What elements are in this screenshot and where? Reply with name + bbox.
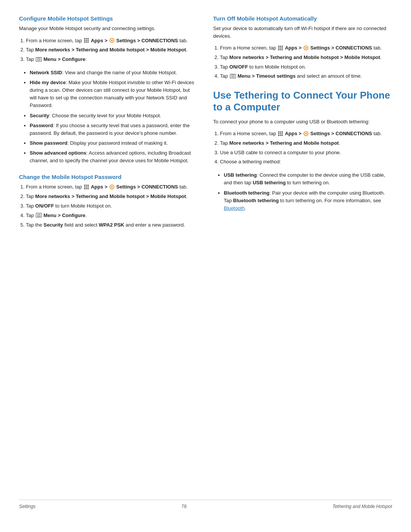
- configure-step-2: Tap More networks > Tethering and Mobile…: [26, 46, 198, 54]
- tethering-step-2: Tap More networks > Tethering and Mobile…: [220, 139, 392, 147]
- bullet-show-password: Show password: Display your password ins…: [30, 139, 198, 147]
- svg-rect-5: [88, 40, 89, 41]
- configure-step-3: Tap Menu > Configure:: [26, 56, 198, 64]
- turn-off-step-3: Tap ON/OFF to turn Mobile Hotspot on.: [220, 63, 392, 71]
- tethering-step-1: From a Home screen, tap: [220, 130, 392, 138]
- bullet-bluetooth-tethering: Bluetooth tethering: Pair your device wi…: [224, 189, 392, 212]
- menu-icon-1: [36, 57, 42, 62]
- svg-rect-4: [86, 40, 87, 41]
- svg-rect-30: [282, 49, 283, 50]
- bullet-security: Security: Choose the security level for …: [30, 112, 198, 120]
- tethering-step-4: Choose a tethering method:: [220, 158, 392, 166]
- section-tethering-title: Use Tethering to Connect Your Phone to a…: [213, 89, 392, 113]
- svg-point-21: [111, 186, 113, 188]
- tethering-step-3: Use a USB cable to connect a computer to…: [220, 149, 392, 157]
- tethering-steps: From a Home screen, tap: [220, 130, 392, 166]
- tethering-bullets: USB tethering: Connect the computer to t…: [224, 171, 392, 212]
- bullet-password: Password: If you choose a security level…: [30, 122, 198, 137]
- svg-rect-1: [86, 38, 87, 39]
- right-column: Turn Off Mobile Hotspot Automatically Se…: [213, 15, 392, 492]
- svg-rect-19: [88, 188, 89, 189]
- turn-off-step-2: Tap More networks > Tethering and Mobile…: [220, 54, 392, 62]
- svg-rect-2: [88, 38, 89, 39]
- bullet-usb-tethering: USB tethering: Connect the computer to t…: [224, 171, 392, 187]
- bullet-hide-device: Hide my device: Make your Mobile Hotspot…: [30, 79, 198, 110]
- svg-rect-14: [84, 187, 85, 188]
- svg-rect-18: [86, 188, 87, 189]
- svg-rect-8: [88, 42, 89, 43]
- svg-rect-22: [278, 46, 279, 47]
- change-pw-step-2: Tap More networks > Tethering and Mobile…: [26, 193, 198, 201]
- section-turn-off-intro: Set your device to automatically turn of…: [213, 25, 392, 40]
- svg-rect-37: [280, 133, 281, 134]
- page: Configure Mobile Hotspot Settings Manage…: [0, 0, 411, 532]
- bullet-network-ssid: Network SSID: View and change the name o…: [30, 69, 198, 77]
- change-pw-step-1: From a Home screen, tap: [26, 183, 198, 191]
- left-column: Configure Mobile Hotspot Settings Manage…: [19, 15, 198, 492]
- settings-label-1: Settings > CONNECTIONS: [116, 38, 178, 43]
- configure-step-1: From a Home screen, tap: [26, 37, 198, 45]
- svg-rect-25: [278, 47, 279, 48]
- section-tethering-intro: To connect your phone to a computer usin…: [213, 118, 392, 126]
- svg-rect-27: [282, 47, 283, 48]
- svg-rect-13: [88, 185, 89, 186]
- svg-rect-0: [84, 38, 85, 39]
- svg-rect-7: [86, 42, 87, 43]
- apps-icon-2: [84, 184, 89, 190]
- section-turn-off-title: Turn Off Mobile Hotspot Automatically: [213, 15, 392, 22]
- bluetooth-link[interactable]: Bluetooth: [224, 205, 245, 211]
- apps-icon-1: [84, 38, 89, 43]
- svg-rect-16: [88, 187, 89, 188]
- apps-icon-4: [278, 131, 283, 136]
- svg-rect-38: [282, 133, 283, 134]
- svg-rect-33: [278, 131, 279, 133]
- svg-rect-29: [280, 49, 281, 50]
- menu-icon-2: [36, 213, 42, 217]
- svg-rect-40: [280, 135, 281, 136]
- turn-off-steps: From a Home screen, tap: [220, 44, 392, 80]
- svg-rect-12: [86, 185, 87, 186]
- configure-steps-list: From a Home screen, tap: [26, 37, 198, 64]
- section-change-password-title: Change the Mobile Hotspot Password: [19, 174, 198, 180]
- svg-rect-28: [278, 49, 279, 50]
- svg-rect-35: [282, 131, 283, 133]
- svg-rect-17: [84, 188, 85, 189]
- apps-icon-3: [278, 45, 283, 51]
- change-pw-step-3: Tap ON/OFF to turn Mobile Hotspot on.: [26, 202, 198, 210]
- svg-rect-24: [282, 46, 283, 47]
- turn-off-step-1: From a Home screen, tap: [220, 44, 392, 52]
- section-tethering: Use Tethering to Connect Your Phone to a…: [213, 89, 392, 212]
- change-password-steps: From a Home screen, tap: [26, 183, 198, 229]
- svg-rect-36: [278, 133, 279, 134]
- page-footer: Settings 78 Tethering and Mobile Hotspot: [19, 500, 392, 509]
- svg-point-43: [305, 133, 307, 134]
- svg-point-32: [305, 47, 307, 49]
- svg-rect-3: [84, 40, 85, 41]
- section-configure-title: Configure Mobile Hotspot Settings: [19, 15, 198, 22]
- settings-icon-1: [109, 38, 115, 43]
- svg-rect-23: [280, 46, 281, 47]
- footer-left: Settings: [19, 504, 35, 509]
- change-pw-step-4: Tap Menu > Configure.: [26, 212, 198, 220]
- svg-rect-39: [278, 135, 279, 136]
- settings-icon-4: [303, 131, 309, 136]
- section-configure: Configure Mobile Hotspot Settings Manage…: [19, 15, 198, 165]
- settings-icon-3: [303, 45, 309, 51]
- section-change-password: Change the Mobile Hotspot Password From …: [19, 174, 198, 229]
- apps-label-1: Apps >: [91, 38, 108, 43]
- configure-bullets: Network SSID: View and change the name o…: [30, 69, 198, 165]
- svg-point-10: [111, 40, 113, 41]
- svg-rect-26: [280, 47, 281, 48]
- footer-right: Tethering and Mobile Hotspot: [333, 504, 392, 509]
- svg-rect-41: [282, 135, 283, 136]
- svg-rect-11: [84, 185, 85, 186]
- change-pw-step-5: Tap the Security field and select WPA2 P…: [26, 221, 198, 229]
- section-turn-off: Turn Off Mobile Hotspot Automatically Se…: [213, 15, 392, 80]
- main-columns: Configure Mobile Hotspot Settings Manage…: [19, 15, 392, 492]
- menu-icon-3: [230, 74, 236, 78]
- footer-page-number: 78: [182, 504, 186, 509]
- bullet-show-advanced: Show advanced options: Access advanced o…: [30, 149, 198, 165]
- section-configure-intro: Manage your Mobile Hotspot security and …: [19, 25, 198, 32]
- svg-rect-15: [86, 187, 87, 188]
- svg-rect-6: [84, 42, 85, 43]
